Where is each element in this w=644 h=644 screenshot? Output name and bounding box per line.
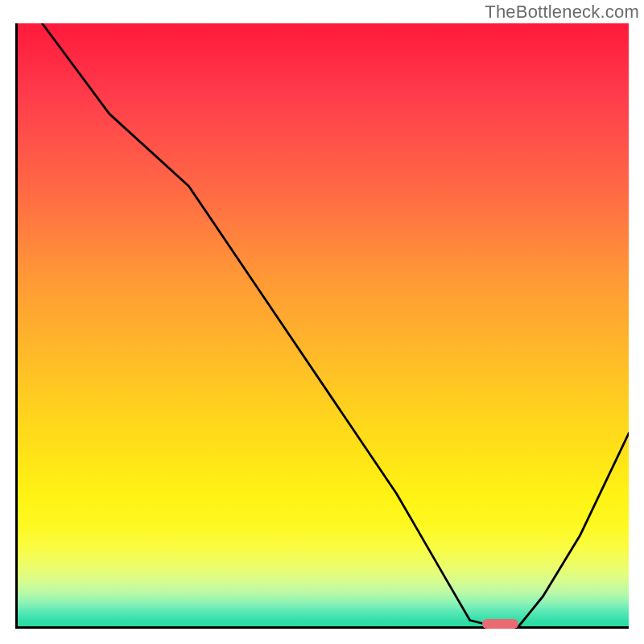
curve-path xyxy=(42,23,629,626)
watermark-text: TheBottleneck.com xyxy=(485,2,639,23)
optimal-range-marker xyxy=(482,619,519,629)
chart-container: TheBottleneck.com xyxy=(0,0,644,644)
bottleneck-curve xyxy=(18,23,629,626)
plot-area xyxy=(15,23,629,629)
